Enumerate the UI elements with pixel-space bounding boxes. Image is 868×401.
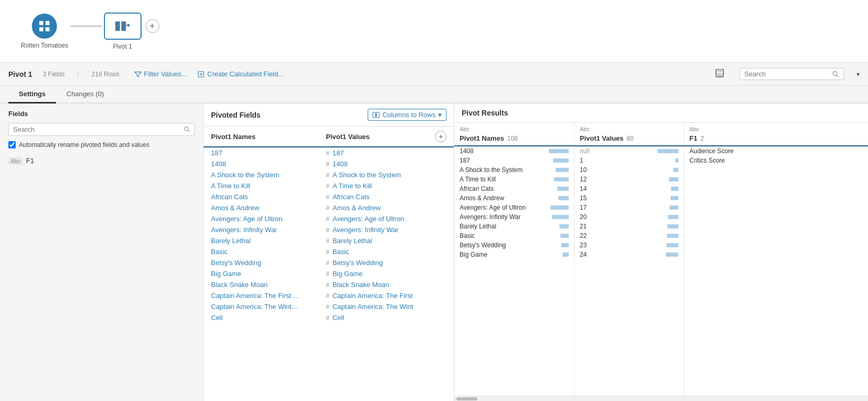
field-search-input[interactable] <box>13 125 181 133</box>
cols-to-rows-button[interactable]: Columns to Rows ▾ <box>368 109 447 121</box>
pivot-add-column-button[interactable]: + <box>435 131 447 142</box>
pr-row[interactable]: A Time to Kill <box>454 175 574 184</box>
pivot-list-item-cap2[interactable]: Captain America: The Wint... # Captain A… <box>204 301 454 312</box>
pivot-results-cols: Abc Pivot1 Names 108 Abc Pivot1 Values 8… <box>454 123 868 146</box>
hash-icon: # <box>326 182 330 190</box>
pivot-list-item-avengers-iw[interactable]: Avengers: Infinity War # Avengers: Infin… <box>204 224 454 235</box>
pr-row[interactable]: African Cats <box>454 184 574 193</box>
pr-row[interactable]: Avengers: Infinity War <box>454 212 574 222</box>
bar-african <box>557 187 569 191</box>
hash-icon: # <box>326 303 330 311</box>
pr-col1-badge: Abc <box>454 123 574 133</box>
pivot-list-item-time-to-kill[interactable]: A Time to Kill # A Time to Kill <box>204 180 454 191</box>
auto-rename-row[interactable]: Automatically rename pivoted fields and … <box>8 141 195 148</box>
bar-big-game <box>562 253 569 257</box>
pivot-node[interactable]: Pivot 1 <box>104 13 142 50</box>
pivot-list-item-cap1[interactable]: Captain America: The First ... # Captain… <box>204 290 454 301</box>
hash-icon: # <box>326 270 330 278</box>
topbar-rows-count: 216 Rows <box>91 71 119 78</box>
pr-col3-count: 2 <box>700 135 704 142</box>
add-node-button[interactable]: + <box>146 19 159 33</box>
bar-aou <box>550 205 569 210</box>
bottom-scroll[interactable] <box>454 396 868 401</box>
svg-rect-2 <box>40 27 44 31</box>
pivot-list-item-barely-lethal[interactable]: Barely Lethal # Barely Lethal <box>204 235 454 246</box>
pivot-list-item-shock[interactable]: A Shock to the System # A Shock to the S… <box>204 169 454 180</box>
pr-row[interactable]: 22 <box>574 231 684 240</box>
bar-15 <box>671 196 678 200</box>
hash-icon: # <box>326 259 330 267</box>
pivot-node-label: Pivot 1 <box>113 43 132 50</box>
source-node[interactable]: Rotten Tomatoes <box>21 14 68 49</box>
pr-row[interactable]: A Shock to the System <box>454 165 574 175</box>
svg-rect-4 <box>115 21 120 31</box>
pr-col3-badge: Abc <box>684 123 768 133</box>
pr-col1-data: 1408 187 A Shock to the System A Time to… <box>454 146 574 396</box>
field-search-box[interactable] <box>8 123 195 136</box>
pr-row[interactable]: Barely Lethal <box>454 222 574 231</box>
svg-point-12 <box>184 127 188 131</box>
pr-row[interactable]: Audience Score <box>684 146 768 156</box>
pr-row[interactable]: 1 <box>574 156 684 165</box>
field-item-f1: Abc F1 <box>8 157 195 165</box>
pr-col1-count: 108 <box>507 135 518 142</box>
pr-row[interactable]: 187 <box>454 156 574 165</box>
pr-row[interactable]: Big Game <box>454 250 574 259</box>
pr-row[interactable]: 20 <box>574 212 684 222</box>
pivot-node-box[interactable] <box>104 13 142 40</box>
pivot-list-item-big-game[interactable]: Big Game # Big Game <box>204 268 454 279</box>
tab-changes[interactable]: Changes (0) <box>56 86 114 104</box>
pivot-list-item-amos[interactable]: Amos & Andrew # Amos & Andrew <box>204 202 454 213</box>
tab-settings[interactable]: Settings <box>8 86 56 104</box>
abc-badge-f1: Abc <box>8 157 23 165</box>
pivot-list-item-black-snake[interactable]: Black Snake Moan # Black Snake Moan <box>204 279 454 290</box>
pivot-results-panel: Pivot Results Abc Pivot1 Names 108 Abc <box>454 104 868 401</box>
pr-row[interactable]: 1408 <box>454 146 574 156</box>
topbar-search-input[interactable] <box>744 70 829 78</box>
pr-row[interactable]: Betsy's Wedding <box>454 240 574 250</box>
topbar-search-box[interactable] <box>740 68 844 80</box>
pr-row[interactable]: Critics Score <box>684 156 768 165</box>
hash-icon: # <box>326 281 330 289</box>
pr-row[interactable]: Amos & Andrew <box>454 193 574 203</box>
cols-to-rows-arrow[interactable]: ▾ <box>438 111 442 119</box>
svg-point-10 <box>833 71 837 75</box>
bottom-scroll-thumb[interactable] <box>456 397 477 400</box>
hash-icon: # <box>326 171 330 179</box>
right-area: Pivoted Fields Columns to Rows ▾ Pivot1 … <box>204 104 868 401</box>
pivot-list-item-1408[interactable]: 1408 # 1408 <box>204 158 454 169</box>
pr-row[interactable]: Avengers: Age of Ultron <box>454 203 574 212</box>
topbar-title: Pivot 1 <box>8 70 32 78</box>
pivot-list-item-187[interactable]: 187 # 187 <box>204 147 454 158</box>
pr-row[interactable]: null <box>574 146 684 156</box>
pr-row[interactable]: 12 <box>574 175 684 184</box>
pivot-list-item-cell[interactable]: Cell # Cell <box>204 312 454 323</box>
pivot-list-item-avengers-aou[interactable]: Avengers: Age of Ultron # Avengers: Age … <box>204 213 454 224</box>
pr-row[interactable]: 14 <box>574 184 684 193</box>
pr-col3-data: Audience Score Critics Score <box>684 146 768 396</box>
source-node-label: Rotten Tomatoes <box>21 42 68 49</box>
top-bar: Pivot 1 3 Fields | 216 Rows Filter Value… <box>0 63 868 86</box>
pr-row[interactable]: 24 <box>574 250 684 259</box>
pivot-list-item-basic[interactable]: Basic # Basic <box>204 246 454 257</box>
svg-rect-0 <box>40 21 44 25</box>
filter-values-button[interactable]: Filter Values... <box>134 70 187 78</box>
pivot-list-item-african-cats[interactable]: African Cats # African Cats <box>204 191 454 202</box>
bar-betsy <box>561 243 569 247</box>
pivoted-fields-title: Pivoted Fields <box>211 111 261 119</box>
pr-row[interactable]: 21 <box>574 222 684 231</box>
pivot-list-item-betsy[interactable]: Betsy's Wedding # Betsy's Wedding <box>204 257 454 268</box>
create-calc-field-button[interactable]: Create Calculated Field... <box>197 70 284 78</box>
bar-iw <box>552 215 569 219</box>
cols-to-rows-label: Columns to Rows <box>382 111 436 119</box>
pr-row[interactable]: 10 <box>574 165 684 175</box>
topbar-dropdown-arrow[interactable]: ▾ <box>857 71 860 78</box>
pr-row[interactable]: 15 <box>574 193 684 203</box>
save-icon[interactable] <box>714 68 725 80</box>
bar-barely <box>559 224 569 228</box>
pr-row[interactable]: 17 <box>574 203 684 212</box>
pr-col2-data: null 1 10 12 14 15 17 20 21 22 23 24 <box>574 146 684 396</box>
auto-rename-checkbox[interactable] <box>8 141 16 148</box>
pr-row[interactable]: 23 <box>574 240 684 250</box>
pr-row[interactable]: Basic <box>454 231 574 240</box>
